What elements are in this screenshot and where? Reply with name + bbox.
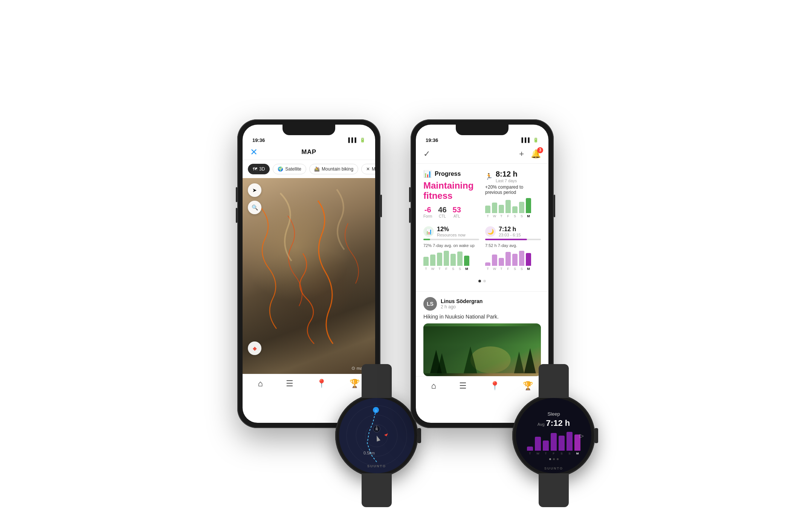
- sleep-bars: [485, 251, 541, 266]
- stat-time: 8:12 h: [496, 170, 518, 178]
- chip-mountain-icon: 🚵: [314, 166, 320, 172]
- search-icon: 🔍: [252, 204, 258, 210]
- watch-bar-5: [567, 432, 573, 451]
- bar-5: [457, 252, 463, 265]
- right-watch: Sleep Avg 7:12 h TWTFSSM ▷ SUUNTO: [512, 394, 595, 477]
- left-status-icons: ▌▌▌ 🔋: [348, 137, 365, 143]
- bar-2: [437, 253, 442, 266]
- day-2: T: [499, 267, 504, 271]
- atl-value: 53: [453, 206, 461, 214]
- ctl-label: CTL: [438, 214, 446, 218]
- day-5: S: [519, 267, 524, 271]
- right-home-icon: ⌂: [431, 381, 436, 391]
- day-3: F: [505, 267, 511, 271]
- mapbox-icon: ⊙: [351, 366, 355, 371]
- map-area[interactable]: ➤ 🔍 ◆ ⊙ mapbox: [243, 178, 375, 374]
- sleep-icon: 🌙: [485, 226, 496, 237]
- day-6: M: [526, 214, 531, 218]
- right-stats: 🏃 8:12 h Last 7 days +20% compared to pr…: [485, 170, 541, 218]
- signal-icon: ▌▌▌: [348, 137, 358, 143]
- feed-user: LS Linus Södergran 2 h ago: [423, 297, 541, 311]
- watch-play-button[interactable]: ▷: [580, 433, 584, 439]
- trophy-icon: 🏆: [350, 379, 360, 389]
- activity-days: TWTFSSM: [485, 214, 541, 218]
- home-icon: ⌂: [258, 379, 263, 389]
- chip-my-t[interactable]: ✕ My t...: [361, 164, 375, 174]
- ctl-value: 46: [438, 206, 446, 214]
- feed-item: LS Linus Södergran 2 h ago Hiking in Nuu…: [416, 291, 548, 376]
- watch-day-0: T: [527, 452, 533, 455]
- day-1: W: [492, 267, 497, 271]
- nav-compass-button[interactable]: ◆: [248, 341, 261, 355]
- watch-bar-0: [527, 447, 533, 451]
- compass-button[interactable]: ➤: [248, 183, 261, 197]
- bar-1: [430, 255, 435, 265]
- check-icon[interactable]: ✓: [423, 149, 430, 159]
- chip-mountain[interactable]: 🚵 Mountain biking: [309, 164, 358, 174]
- bar-0: [485, 262, 490, 265]
- right-nav-home[interactable]: ⌂: [431, 381, 436, 391]
- sleep-header: 🌙 7:12 h 23:03 - 6:15: [485, 226, 541, 237]
- notification-button[interactable]: 🔔 3: [531, 149, 541, 159]
- right-group: 19:36 ▌▌▌ 🔋 ✓ + 🔔 3: [411, 119, 554, 428]
- bar-6: [526, 198, 531, 213]
- left-watch-container: ⌂ 0.5km N SUUNTO: [335, 394, 418, 477]
- map-close-button[interactable]: ✕: [250, 147, 258, 157]
- bar-1: [492, 203, 497, 213]
- resources-card: 📊 12% Resources now 72% 7-day avg. on wa…: [423, 226, 479, 271]
- bar-5: [519, 202, 524, 213]
- progress-label: Progress: [435, 171, 461, 177]
- chip-satellite[interactable]: 🌍 Satellite: [273, 164, 306, 174]
- nav-trophy[interactable]: 🏆: [350, 379, 360, 389]
- watch-dot-1: [549, 458, 551, 460]
- user-avatar: LS: [423, 297, 437, 311]
- right-nav-trophy[interactable]: 🏆: [523, 381, 533, 391]
- progress-header: ✓ + 🔔 3: [416, 146, 548, 164]
- svg-marker-6: [384, 433, 388, 436]
- watch-sleep-days: TWTFSSM: [527, 452, 580, 455]
- watch-bar-1: [535, 437, 541, 451]
- day-3: F: [505, 214, 511, 218]
- form-value: -6: [423, 206, 432, 214]
- search-button[interactable]: 🔍: [248, 201, 261, 214]
- nav-log[interactable]: ☰: [286, 379, 293, 389]
- running-icon: 🏃: [485, 173, 493, 180]
- nav-routes[interactable]: 📍: [316, 379, 327, 389]
- right-watch-strap-bottom: [539, 473, 569, 507]
- nav-home[interactable]: ⌂: [258, 379, 263, 389]
- map-title: MAP: [301, 148, 316, 156]
- day-5: S: [519, 214, 524, 218]
- watch-dot-2: [553, 458, 555, 460]
- form-row: -6 Form 46 CTL 53 ATL: [423, 206, 479, 218]
- watch-day-4: S: [559, 452, 565, 455]
- dot-2: [483, 280, 486, 282]
- map-header: ✕ MAP: [243, 146, 375, 160]
- bar-0: [423, 257, 429, 266]
- progress-header-icons: + 🔔 3: [519, 149, 541, 159]
- watch-bar-4: [559, 436, 565, 450]
- day-2: T: [437, 267, 442, 271]
- watch-day-3: F: [551, 452, 557, 455]
- chip-3d[interactable]: 🗺 3D: [248, 164, 270, 174]
- progress-content: 📊 Progress Maintainingfitness -6 Form 46: [416, 164, 548, 291]
- watch-map-screen: ⌂ 0.5km N SUUNTO: [339, 398, 414, 473]
- day-4: S: [450, 267, 456, 271]
- right-nav-routes[interactable]: 📍: [490, 381, 500, 391]
- add-button[interactable]: +: [519, 149, 524, 159]
- day-4: S: [512, 214, 518, 218]
- day-6: M: [526, 267, 531, 271]
- left-group: 19:36 ▌▌▌ 🔋 ✕ MAP 🗺 3D 🌍 Satellite: [237, 119, 380, 428]
- battery-icon: 🔋: [360, 137, 365, 143]
- resources-icon: 📊: [423, 226, 434, 237]
- watch-brand-right: SUUNTO: [544, 466, 563, 470]
- map-chips: 🗺 3D 🌍 Satellite 🚵 Mountain biking ✕ My …: [243, 160, 375, 178]
- left-phone: 19:36 ▌▌▌ 🔋 ✕ MAP 🗺 3D 🌍 Satellite: [237, 119, 380, 428]
- right-watch-strap-top: [539, 364, 569, 398]
- right-watch-container: Sleep Avg 7:12 h TWTFSSM ▷ SUUNTO: [512, 394, 595, 477]
- left-time: 19:36: [252, 137, 265, 143]
- right-nav-log[interactable]: ☰: [459, 381, 467, 391]
- resources-desc: 72% 7-day avg. on wake up: [423, 243, 479, 248]
- user-name: Linus Södergran: [441, 298, 483, 304]
- stat-period: Last 7 days: [496, 178, 518, 183]
- sleep-desc: 7:52 h 7-day avg.: [485, 243, 541, 248]
